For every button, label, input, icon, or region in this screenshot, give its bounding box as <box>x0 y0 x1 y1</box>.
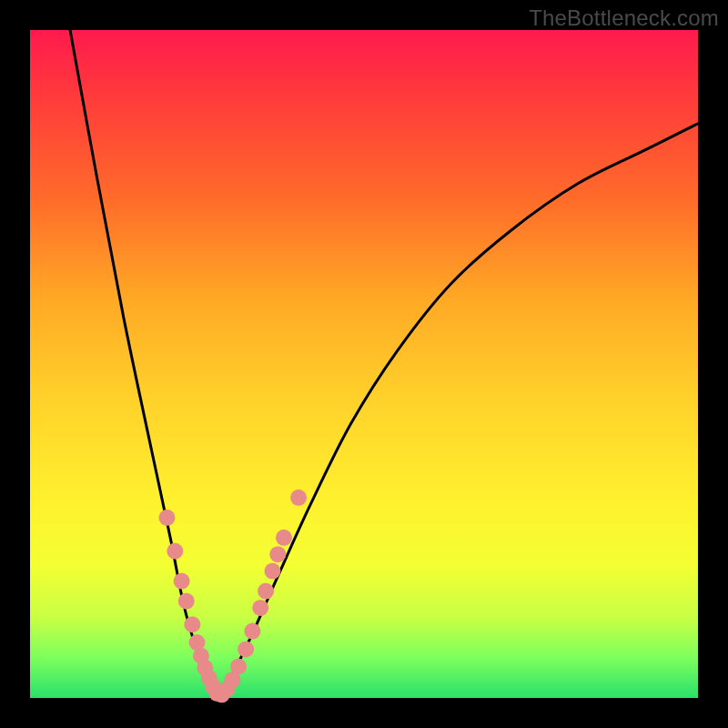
data-marker <box>184 616 200 632</box>
watermark-text: TheBottleneck.com <box>529 5 719 31</box>
curve-layer <box>70 30 698 698</box>
chart-frame: TheBottleneck.com <box>0 0 728 728</box>
chart-svg <box>30 30 698 698</box>
plot-area <box>30 30 698 698</box>
data-marker <box>178 593 195 610</box>
curve-right-branch <box>217 124 698 698</box>
data-marker <box>276 530 292 546</box>
data-marker <box>258 583 274 600</box>
data-marker <box>252 600 268 616</box>
data-marker <box>167 543 183 560</box>
marker-layer <box>158 490 307 703</box>
data-marker <box>269 546 286 562</box>
data-marker <box>238 641 254 657</box>
data-marker <box>174 573 190 590</box>
data-marker <box>244 623 260 640</box>
curve-left-branch <box>70 30 217 698</box>
data-marker <box>290 490 307 506</box>
data-marker <box>264 563 280 580</box>
data-marker <box>230 659 247 675</box>
data-marker <box>158 510 175 526</box>
